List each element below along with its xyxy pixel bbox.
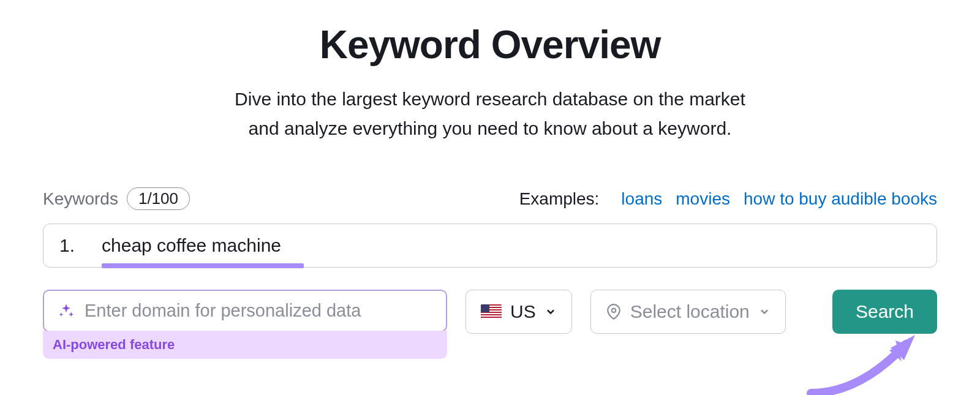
- subtitle-line2: and analyze everything you need to know …: [249, 118, 732, 138]
- domain-input[interactable]: Enter domain for personalized data: [43, 290, 447, 332]
- chevron-down-icon: [545, 306, 557, 318]
- country-select[interactable]: US: [466, 290, 572, 334]
- example-link-movies[interactable]: movies: [676, 189, 730, 209]
- svg-rect-5: [481, 315, 502, 317]
- keyword-input[interactable]: [102, 235, 775, 256]
- svg-rect-4: [481, 313, 502, 314]
- search-button[interactable]: Search: [832, 290, 937, 334]
- example-link-loans[interactable]: loans: [621, 189, 662, 209]
- keywords-count-badge: 1/100: [127, 187, 190, 210]
- location-select[interactable]: Select location: [590, 290, 786, 334]
- page-subtitle: Dive into the largest keyword research d…: [43, 85, 937, 143]
- chevron-down-icon: [758, 306, 771, 318]
- example-link-audible[interactable]: how to buy audible books: [744, 189, 937, 209]
- page-title: Keyword Overview: [43, 22, 937, 67]
- keyword-input-row[interactable]: 1.: [43, 224, 937, 268]
- keywords-label: Keywords: [43, 189, 118, 209]
- location-pin-icon: [606, 304, 622, 320]
- domain-block: Enter domain for personalized data AI-po…: [43, 290, 447, 359]
- sparkle-icon: [58, 303, 75, 320]
- svg-point-8: [611, 309, 616, 313]
- domain-placeholder: Enter domain for personalized data: [85, 301, 361, 321]
- svg-rect-7: [481, 304, 489, 312]
- country-code: US: [510, 301, 536, 322]
- controls-row: Enter domain for personalized data AI-po…: [43, 290, 937, 359]
- examples-label: Examples:: [519, 189, 600, 209]
- keywords-examples-group: Examples: loans movies how to buy audibl…: [519, 189, 937, 209]
- svg-rect-6: [481, 318, 502, 319]
- keywords-count-group: Keywords 1/100: [43, 187, 190, 210]
- location-placeholder: Select location: [630, 301, 750, 322]
- highlight-underline: [102, 263, 304, 268]
- keywords-header-row: Keywords 1/100 Examples: loans movies ho…: [43, 187, 937, 210]
- subtitle-line1: Dive into the largest keyword research d…: [235, 89, 745, 109]
- keyword-row-number: 1.: [59, 235, 75, 256]
- us-flag-icon: [481, 304, 502, 319]
- ai-feature-label: AI-powered feature: [43, 331, 447, 359]
